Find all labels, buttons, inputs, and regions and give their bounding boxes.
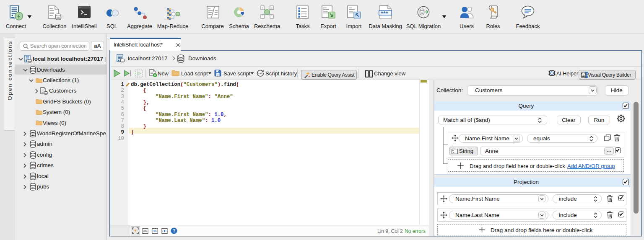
svg-text:***: ***: [381, 10, 388, 17]
svg-text:?: ?: [173, 228, 176, 233]
